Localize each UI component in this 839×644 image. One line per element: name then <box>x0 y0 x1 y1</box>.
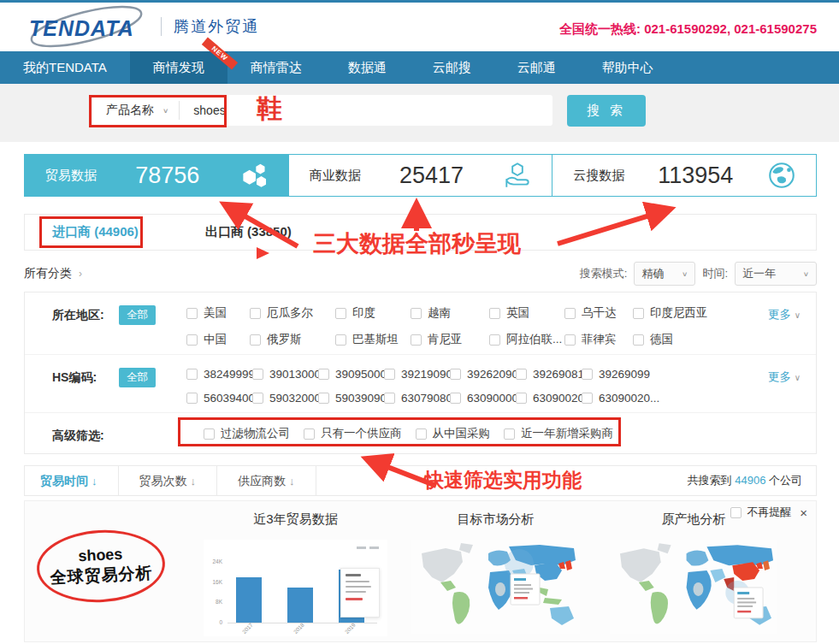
nav-item-cloud-mail-search[interactable]: 云邮搜 <box>410 51 494 84</box>
checkbox-icon[interactable] <box>186 369 198 380</box>
filter-checkbox-item[interactable]: 63090020... <box>582 392 659 405</box>
filter-checkbox-item[interactable]: 英国 <box>489 305 564 321</box>
nav-item-business-radar[interactable]: 商情雷达 <box>227 51 325 84</box>
filter-checkbox-item[interactable]: 俄罗斯 <box>250 332 335 347</box>
filter-checkbox-item[interactable]: 厄瓜多尔 <box>250 305 335 321</box>
checkbox-icon[interactable] <box>252 393 263 404</box>
filter-checkbox-item[interactable]: 美国 <box>186 305 250 321</box>
filter-checkbox-item[interactable]: 巴基斯坦 <box>335 332 411 347</box>
filter-checkbox-item[interactable]: 63090000 <box>450 392 516 405</box>
checkbox-icon[interactable] <box>204 428 215 440</box>
checkbox-icon[interactable] <box>633 334 644 346</box>
checkbox-icon[interactable] <box>335 308 346 319</box>
filter-checkbox-item[interactable]: 越南 <box>411 305 489 321</box>
close-icon[interactable]: × <box>800 505 807 520</box>
checkbox-icon[interactable] <box>582 393 593 404</box>
checkbox-icon[interactable] <box>582 369 593 380</box>
filter-checkbox-item[interactable]: 阿拉伯联... <box>489 332 564 347</box>
checkbox-icon[interactable] <box>411 334 422 346</box>
checkbox-icon[interactable] <box>516 393 527 404</box>
checkbox-icon[interactable] <box>335 334 346 346</box>
nav-item-help-center[interactable]: 帮助中心 <box>579 51 677 84</box>
filter-checkbox-item[interactable]: 印度 <box>335 305 411 321</box>
tab-exporters[interactable]: 出口商 (33850) <box>205 224 292 240</box>
card-business-data[interactable]: 商业数据 25417 <box>288 154 553 197</box>
checkbox-label: 肯尼亚 <box>428 332 463 347</box>
card-label: 云搜数据 <box>552 168 624 184</box>
filter-checkbox-item[interactable]: 39269081 <box>516 368 582 381</box>
checkbox-label: 56039400 <box>204 392 252 405</box>
all-categories-link[interactable]: 所有分类 › <box>24 266 82 281</box>
checkbox-icon[interactable] <box>250 334 261 346</box>
checkbox-icon[interactable] <box>318 369 329 380</box>
card-cloud-search-data[interactable]: 云搜数据 113954 <box>552 154 817 197</box>
annotation-ellipse-line2: 全球贸易分析 <box>50 561 153 588</box>
checkbox-label: 中国 <box>204 332 227 347</box>
nav-item-cloud-mail[interactable]: 云邮通 <box>494 51 579 84</box>
checkbox-icon[interactable] <box>489 334 500 346</box>
chevron-down-icon: ∨ <box>162 107 168 115</box>
filter-checkbox-item[interactable]: 56039400 <box>186 392 252 405</box>
checkbox-icon[interactable] <box>186 308 198 319</box>
checkbox-icon[interactable] <box>186 334 198 346</box>
hexagons-icon <box>239 161 269 190</box>
checkbox-icon[interactable] <box>304 428 315 440</box>
card-trade-data[interactable]: 贸易数据 78756 <box>24 154 289 197</box>
hs-all-badge[interactable]: 全部 <box>119 368 156 387</box>
checkbox-icon[interactable] <box>318 393 329 404</box>
search-input[interactable] <box>180 103 470 117</box>
filter-checkbox-item[interactable]: 近一年新增采购商 <box>504 426 613 441</box>
checkbox-icon[interactable] <box>516 369 527 380</box>
filter-checkbox-item[interactable]: 39095000 <box>318 368 384 381</box>
checkbox-icon[interactable] <box>186 393 198 404</box>
checkbox-icon[interactable] <box>450 369 461 380</box>
tab-importers[interactable]: 进口商 (44906) <box>52 224 139 240</box>
filter-checkbox-item[interactable]: 只有一个供应商 <box>304 426 402 441</box>
filter-checkbox-item[interactable]: 39262090 <box>450 368 516 381</box>
checkbox-icon[interactable] <box>250 308 261 319</box>
filter-checkbox-item[interactable]: 63079080 <box>384 392 450 405</box>
hs-more-link[interactable]: 更多 ∨ <box>768 369 801 385</box>
checkbox-label: 59032000 <box>269 392 318 405</box>
search-mode-select[interactable]: 精确 ∨ <box>634 262 695 286</box>
filter-checkbox-item[interactable]: 肯尼亚 <box>411 332 489 347</box>
sort-trade-count[interactable]: 贸易次数↓ <box>119 466 218 496</box>
search-category-select[interactable]: 产品名称 ∨ <box>92 101 180 120</box>
filter-checkbox-item[interactable]: 38249999 <box>186 368 252 381</box>
checkbox-label: 巴基斯坦 <box>352 332 399 347</box>
checkbox-icon[interactable] <box>252 369 263 380</box>
filter-checkbox-item[interactable]: 59039090 <box>318 392 384 405</box>
filter-checkbox-item[interactable]: 39269099 <box>582 368 659 381</box>
checkbox-icon[interactable] <box>504 428 515 440</box>
time-select[interactable]: 近一年 ∨ <box>735 262 817 286</box>
filter-checkbox-item[interactable]: 菲律宾 <box>564 332 633 347</box>
filter-checkbox-item[interactable]: 59032000 <box>252 392 318 405</box>
checkbox-icon[interactable] <box>564 334 576 346</box>
checkbox-icon[interactable] <box>564 308 576 319</box>
filter-checkbox-item[interactable]: 从中国采购 <box>416 426 491 441</box>
filter-checkbox-item[interactable]: 印度尼西亚 <box>633 305 708 321</box>
nav-item-data-link[interactable]: 数据通 <box>325 51 410 84</box>
region-all-badge[interactable]: 全部 <box>119 305 156 325</box>
filter-checkbox-item[interactable]: 39013000 <box>252 368 318 381</box>
nav-item-business-discovery[interactable]: 商情发现 NEW <box>130 51 227 84</box>
checkbox-icon[interactable] <box>633 308 644 319</box>
sort-supplier-count[interactable]: 供应商数↓ <box>217 466 316 496</box>
filter-checkbox-item[interactable]: 39219090 <box>384 368 450 381</box>
nav-item-my-tendata[interactable]: 我的TENDATA <box>0 51 130 84</box>
filter-checkbox-item[interactable]: 过滤物流公司 <box>204 426 290 441</box>
search-button[interactable]: 搜 索 <box>567 95 646 127</box>
filter-checkbox-item[interactable]: 63090020... <box>516 392 582 405</box>
region-more-link[interactable]: 更多 ∨ <box>768 307 801 322</box>
sort-trade-time[interactable]: 贸易时间↓ <box>25 466 119 496</box>
checkbox-icon[interactable] <box>489 308 500 319</box>
checkbox-icon[interactable] <box>411 308 422 319</box>
checkbox-icon[interactable] <box>450 393 461 404</box>
checkbox-icon[interactable] <box>416 428 427 440</box>
checkbox-icon[interactable] <box>384 393 395 404</box>
filter-checkbox-item[interactable]: 乌干达 <box>564 305 633 321</box>
logo[interactable]: TENDATA 腾道外贸通 <box>26 11 259 42</box>
checkbox-icon[interactable] <box>384 369 395 380</box>
filter-checkbox-item[interactable]: 中国 <box>186 332 250 347</box>
filter-checkbox-item[interactable]: 德国 <box>633 332 708 347</box>
